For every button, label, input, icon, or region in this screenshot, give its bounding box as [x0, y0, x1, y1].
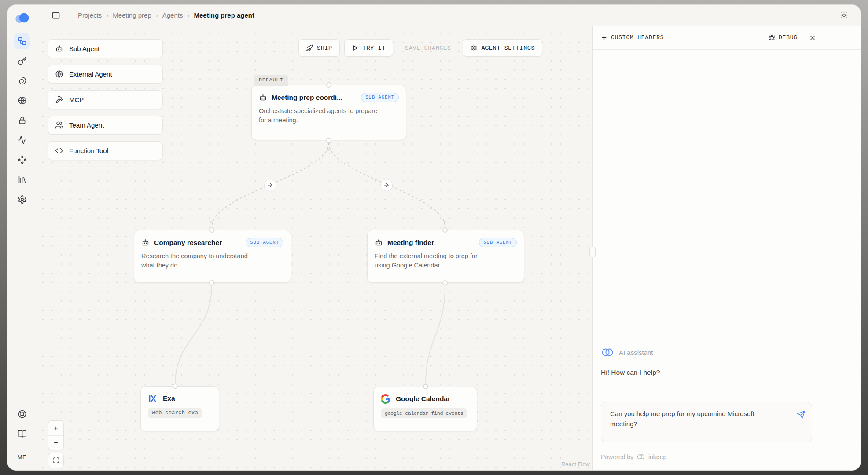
rail-item-credentials[interactable]: [14, 112, 30, 128]
rail-item-library[interactable]: [14, 172, 30, 187]
palette-item-function-tool[interactable]: Function Tool: [48, 141, 163, 160]
node-handle[interactable]: [423, 384, 428, 389]
node-header: Exa: [141, 387, 219, 408]
node-title: Meeting finder: [387, 239, 434, 247]
fullscreen-button[interactable]: [48, 453, 63, 468]
node-google-calendar-tool[interactable]: Google Calendar google_calendar_find_eve…: [373, 387, 477, 431]
palette-item-team-agent[interactable]: Team Agent: [48, 116, 163, 135]
maximize-icon: [53, 457, 59, 464]
assistant-panel: CUSTOM HEADERS DEBUG AI assistant Hi! Ho…: [592, 26, 861, 471]
panel-resize-handle[interactable]: [589, 247, 596, 257]
user-avatar[interactable]: ME: [14, 449, 30, 465]
agent-builder-window: ME Projects › Meeting prep › Agents › Me…: [7, 4, 861, 471]
breadcrumb-projects[interactable]: Projects: [78, 11, 102, 19]
hammer-icon: [55, 95, 63, 104]
close-icon: [809, 34, 816, 41]
arrow-right-icon: [267, 182, 273, 188]
canvas-toolbar: SHIP TRY IT SAVE CHANGES AGENT SETTINGS: [298, 39, 542, 57]
custom-headers-label: CUSTOM HEADERS: [611, 34, 664, 41]
node-handle[interactable]: [442, 227, 448, 233]
node-header: Google Calendar: [374, 387, 477, 408]
ship-button[interactable]: SHIP: [298, 39, 340, 57]
node-header: Company researcher SUB AGENT: [134, 230, 291, 250]
zoom-out-button[interactable]: −: [48, 435, 63, 450]
send-button[interactable]: [797, 410, 805, 419]
agent-settings-label: AGENT SETTINGS: [481, 45, 535, 51]
rail-item-help[interactable]: [14, 406, 30, 422]
powered-by-label: Powered by: [601, 453, 633, 460]
chat-input-box: Can you help me prep for my upcoming Mic…: [601, 402, 812, 442]
panel-left-icon: [51, 11, 60, 20]
node-description: Orchestrate specialized agents to prepar…: [252, 105, 385, 132]
sidebar-toggle-button[interactable]: [51, 11, 60, 20]
close-panel-button[interactable]: [809, 34, 816, 41]
rail-item-mcp[interactable]: [14, 73, 30, 88]
react-flow-attribution[interactable]: React Flow: [561, 461, 590, 468]
theme-toggle-button[interactable]: [840, 11, 848, 19]
palette-item-label: MCP: [69, 96, 84, 103]
debug-button[interactable]: DEBUG: [769, 34, 798, 41]
palette-item-label: Function Tool: [69, 147, 108, 154]
node-title: Meeting prep coordi...: [272, 94, 342, 102]
workflow-icon: [18, 37, 27, 46]
rail-item-api-keys[interactable]: [14, 53, 30, 69]
default-agent-tab: DEFAULT: [254, 75, 288, 86]
save-changes-button[interactable]: SAVE CHANGES: [397, 39, 458, 57]
powered-by: Powered by inkeep: [601, 453, 812, 460]
rail-item-docs[interactable]: [14, 426, 30, 442]
component-icon: [18, 155, 27, 164]
custom-headers-button[interactable]: CUSTOM HEADERS: [601, 34, 664, 41]
gear-icon: [18, 195, 27, 204]
node-handle[interactable]: [209, 227, 214, 233]
palette-item-external-agent[interactable]: External Agent: [48, 65, 163, 84]
breadcrumb-current: Meeting prep agent: [194, 11, 254, 19]
flow-canvas[interactable]: × × × Sub Agent External Agent MCP Team …: [37, 26, 592, 471]
node-title: Exa: [163, 395, 175, 402]
palette-item-mcp[interactable]: MCP: [48, 90, 163, 109]
tool-name-pill: google_calendar_find_events: [381, 408, 467, 418]
inkeep-logo-icon: [15, 12, 29, 24]
sun-icon: [840, 11, 848, 19]
save-changes-label: SAVE CHANGES: [405, 45, 451, 51]
node-meeting-finder[interactable]: Meeting finder SUB AGENT Find the extern…: [367, 230, 524, 283]
node-title: Company researcher: [154, 239, 222, 247]
node-handle[interactable]: [326, 82, 331, 88]
lock-icon: [18, 116, 27, 125]
bot-icon: [55, 44, 63, 53]
globe-icon: [18, 96, 27, 105]
node-handle[interactable]: [173, 384, 178, 389]
edge-endpoint-marker: ×: [210, 219, 213, 225]
rail-item-components[interactable]: [14, 152, 30, 168]
try-it-button[interactable]: TRY IT: [344, 39, 393, 57]
exa-logo-icon: [148, 394, 158, 403]
node-header: Meeting finder SUB AGENT: [368, 230, 524, 250]
node-handle[interactable]: [209, 280, 214, 285]
inkeep-logo[interactable]: [15, 12, 29, 23]
chevron-right-icon: ›: [156, 11, 158, 19]
palette-item-label: External Agent: [69, 70, 112, 78]
inkeep-brand-link[interactable]: inkeep: [648, 453, 666, 460]
node-handle[interactable]: [326, 138, 331, 143]
node-company-researcher[interactable]: Company researcher SUB AGENT Research th…: [134, 230, 291, 283]
try-it-button-label: TRY IT: [363, 45, 386, 51]
node-handle[interactable]: [442, 280, 448, 285]
rail-item-external[interactable]: [14, 92, 30, 108]
rail-item-graph[interactable]: [14, 33, 30, 49]
agent-settings-button[interactable]: AGENT SETTINGS: [463, 39, 542, 57]
breadcrumb-project[interactable]: Meeting prep: [113, 11, 151, 19]
sub-agent-badge: SUB AGENT: [361, 93, 399, 102]
node-exa-tool[interactable]: Exa web_search_exa: [140, 386, 219, 431]
panel-header-right: DEBUG: [769, 34, 816, 41]
chat-area: AI assistant Hi! How can I help? Can you…: [593, 347, 817, 471]
plus-icon: [601, 34, 607, 41]
rail-item-activity[interactable]: [14, 132, 30, 148]
zoom-in-button[interactable]: +: [48, 421, 63, 435]
life-buoy-icon: [18, 409, 27, 419]
palette-item-sub-agent[interactable]: Sub Agent: [48, 39, 163, 58]
key-icon: [18, 56, 27, 66]
rail-item-settings[interactable]: [14, 191, 30, 207]
breadcrumb-agents[interactable]: Agents: [162, 11, 183, 19]
chat-input[interactable]: Can you help me prep for my upcoming Mic…: [601, 402, 812, 442]
gear-icon: [470, 44, 477, 51]
node-meeting-prep-coordinator[interactable]: DEFAULT Meeting prep coordi... SUB AGENT…: [251, 85, 406, 140]
